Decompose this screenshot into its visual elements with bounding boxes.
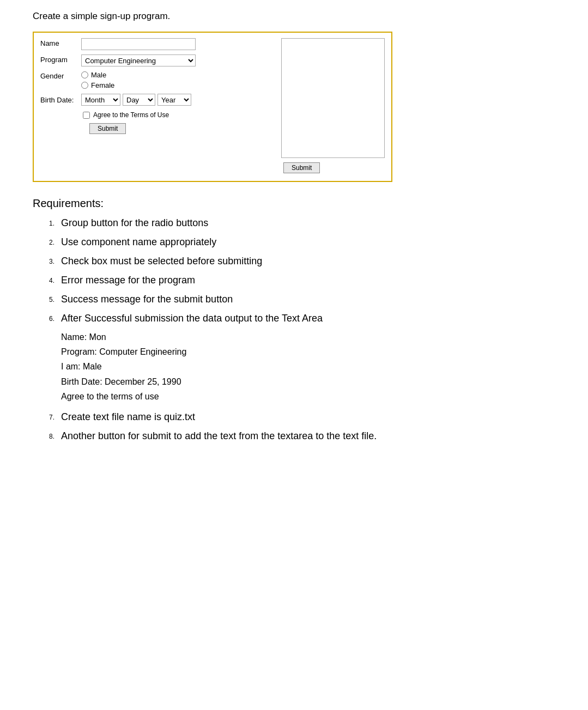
req-text-2: Use component name appropriately	[61, 236, 216, 248]
name-label: Name	[40, 38, 81, 47]
req-item-8: 8. Another button for submit to add the …	[49, 430, 555, 442]
program-row: Program Computer Engineering Information…	[40, 54, 276, 66]
form-left: Name Program Computer Engineering Inform…	[40, 38, 276, 173]
req-item-7: 7. Create text file name is quiz.txt	[49, 411, 555, 423]
name-row: Name	[40, 38, 276, 50]
name-input[interactable]	[81, 38, 196, 50]
req-item-4: 4. Error message for the program	[49, 275, 555, 286]
textarea-submit-button[interactable]: Submit	[283, 162, 320, 173]
form-container: Name Program Computer Engineering Inform…	[33, 32, 392, 182]
agree-row: Agree to the Terms of Use	[83, 111, 276, 119]
sub-line-1: Name: Mon	[61, 330, 186, 344]
agree-label: Agree to the Terms of Use	[93, 111, 169, 119]
agree-checkbox[interactable]	[83, 112, 90, 119]
submit-row: Submit	[89, 123, 276, 134]
req-num-6: 6.	[49, 313, 58, 324]
req-num-5: 5.	[49, 294, 58, 304]
textarea-submit-row: Submit	[281, 162, 385, 173]
req-num-1: 1.	[49, 217, 58, 227]
req-num-2: 2.	[49, 236, 58, 246]
gender-group: Male Female	[81, 71, 114, 89]
req-item-5: 5. Success message for the submit button	[49, 294, 555, 305]
requirements-section: Requirements: 1. Group button for the ra…	[33, 197, 555, 442]
sub-line-3: I am: Male	[61, 359, 186, 374]
requirements-list: 1. Group button for the radio buttons 2.…	[49, 217, 555, 442]
req-text-4: Error message for the program	[61, 275, 195, 286]
sub-line-2: Program: Computer Engineering	[61, 344, 186, 359]
birth-date-selects: Month January February March April May J…	[81, 94, 191, 106]
submit-button[interactable]: Submit	[89, 123, 126, 134]
req-item-1: 1. Group button for the radio buttons	[49, 217, 555, 229]
birth-date-label: Birth Date:	[40, 96, 81, 104]
sub-line-4: Birth Date: December 25, 1990	[61, 374, 186, 389]
gender-label: Gender	[40, 71, 81, 80]
req-text-6: After Successful submission the data out…	[61, 313, 323, 324]
req-num-4: 4.	[49, 275, 58, 284]
page-intro: Create a simple sign-up program.	[33, 11, 555, 22]
form-right: Submit	[281, 38, 385, 173]
req-text-5: Success message for the submit button	[61, 294, 233, 305]
gender-female-label: Female	[91, 81, 114, 89]
gender-row: Gender Male Female	[40, 71, 276, 89]
month-select[interactable]: Month January February March April May J…	[81, 94, 120, 106]
output-textarea[interactable]	[281, 38, 385, 158]
req-num-8: 8.	[49, 430, 58, 440]
gender-male-label: Male	[91, 71, 106, 79]
gender-female-option[interactable]: Female	[81, 81, 114, 89]
program-label: Program	[40, 54, 81, 64]
req-item-6: 6. After Successful submission the data …	[49, 313, 555, 404]
req-item-2: 2. Use component name appropriately	[49, 236, 555, 248]
req-text-3: Check box must be selected before submit…	[61, 256, 262, 267]
req-num-3: 3.	[49, 256, 58, 265]
day-select[interactable]: Day	[123, 94, 155, 106]
gender-female-radio[interactable]	[81, 82, 88, 89]
req-text-7: Create text file name is quiz.txt	[61, 411, 195, 423]
year-select[interactable]: Year	[157, 94, 191, 106]
sub-line-5: Agree to the terms of use	[61, 389, 186, 404]
req-text-1: Group button for the radio buttons	[61, 217, 208, 229]
gender-male-radio[interactable]	[81, 71, 88, 78]
gender-male-option[interactable]: Male	[81, 71, 114, 79]
birth-date-row: Birth Date: Month January February March…	[40, 94, 276, 106]
req-item-3: 3. Check box must be selected before sub…	[49, 256, 555, 267]
requirements-title: Requirements:	[33, 197, 555, 210]
sub-block: Name: Mon Program: Computer Engineering …	[61, 330, 186, 404]
req-num-7: 7.	[49, 411, 58, 421]
req-text-8: Another button for submit to add the tex…	[61, 430, 377, 442]
program-select[interactable]: Computer Engineering Information Technol…	[81, 54, 196, 66]
